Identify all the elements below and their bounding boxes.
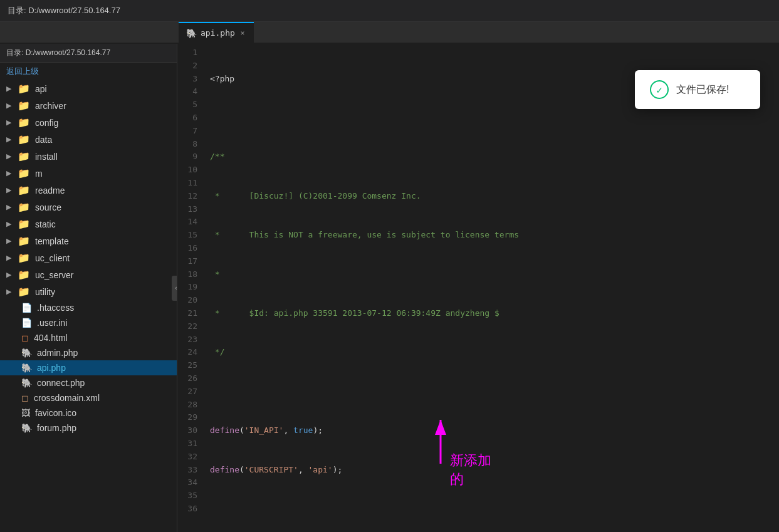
sidebar-item-forum-php[interactable]: 🐘 forum.php xyxy=(0,420,177,436)
file-name: connect.php xyxy=(37,378,85,388)
code-line-12 xyxy=(204,503,779,516)
folder-name: config xyxy=(35,118,58,128)
file-name: 404.html xyxy=(34,333,68,343)
sidebar-item-uc-client[interactable]: ▶ 📁 uc_client xyxy=(0,249,177,266)
sidebar-item-api[interactable]: ▶ 📁 api xyxy=(0,80,177,97)
sidebar-item-install[interactable]: ▶ 📁 install xyxy=(0,148,177,165)
header-bar: 目录: D:/wwwroot/27.50.164.77 xyxy=(0,0,779,22)
back-button[interactable]: 返回上级 xyxy=(0,63,177,80)
folder-icon: 📁 xyxy=(18,286,30,298)
folder-arrow-icon: ▶ xyxy=(6,186,11,194)
file-name: admin.php xyxy=(37,348,78,358)
folder-name: install xyxy=(35,152,58,162)
folder-icon: 📁 xyxy=(18,167,30,179)
tab-api-php[interactable]: 🐘 api.php ✕ xyxy=(179,22,254,43)
code-line-11: define('CURSCRIPT', 'api'); xyxy=(204,464,779,477)
sidebar-item-uc-server[interactable]: ▶ 📁 uc_server xyxy=(0,266,177,283)
toast-message: 文件已保存! xyxy=(676,83,729,96)
code-line-8: */ xyxy=(204,346,779,359)
folder-arrow-icon: ▶ xyxy=(6,203,11,211)
directory-title: 目录: D:/wwwroot/27.50.164.77 xyxy=(0,5,128,16)
folder-icon: 📁 xyxy=(18,83,30,95)
folder-arrow-icon: ▶ xyxy=(6,102,11,110)
code-editor[interactable]: 12345 678910 1112131415 1617181920 21222… xyxy=(177,44,779,532)
code-line-2 xyxy=(204,112,779,125)
folder-name: static xyxy=(35,219,56,229)
save-toast: ✓ 文件已保存! xyxy=(635,70,760,109)
sidebar-path: 目录: D:/wwwroot/27.50.164.77 xyxy=(0,44,177,63)
file-name: crossdomain.xml xyxy=(34,393,100,403)
sidebar-item-source[interactable]: ▶ 📁 source xyxy=(0,199,177,216)
sidebar-item-user-ini[interactable]: 📄 .user.ini xyxy=(0,315,177,330)
folder-name: api xyxy=(35,84,47,94)
folder-arrow-icon: ▶ xyxy=(6,220,11,228)
folder-arrow-icon: ▶ xyxy=(6,85,11,93)
folder-icon: 📁 xyxy=(18,252,30,264)
folder-arrow-icon: ▶ xyxy=(6,152,11,160)
code-line-3: /** xyxy=(204,150,779,164)
code-line-4: * [Discuz!] (C)2001-2099 Comsenz Inc. xyxy=(204,190,779,203)
folder-icon: 📁 xyxy=(18,150,30,162)
sidebar-item-readme[interactable]: ▶ 📁 readme xyxy=(0,182,177,199)
ico-file-icon: 🖼 xyxy=(21,408,30,418)
folder-icon: 📁 xyxy=(18,100,30,112)
sidebar-item-m[interactable]: ▶ 📁 m xyxy=(0,165,177,182)
sidebar-item-admin-php[interactable]: 🐘 admin.php xyxy=(0,345,177,360)
code-line-7: * $Id: api.php 33591 2013-07-12 06:39:49… xyxy=(204,307,779,320)
code-content: <?php /** * [Discuz!] (C)2001-2099 Comse… xyxy=(204,44,779,532)
tab-filename: api.php xyxy=(201,28,235,38)
file-sidebar: 目录: D:/wwwroot/27.50.164.77 返回上级 ▶ 📁 api… xyxy=(0,44,177,532)
sidebar-item-404html[interactable]: ◻ 404.html xyxy=(0,330,177,345)
folder-arrow-icon: ▶ xyxy=(6,118,11,127)
folder-name: utility xyxy=(35,287,55,297)
sidebar-item-static[interactable]: ▶ 📁 static xyxy=(0,216,177,232)
sidebar-item-connect-php[interactable]: 🐘 connect.php xyxy=(0,375,177,390)
folder-name: uc_client xyxy=(35,253,70,263)
file-name: forum.php xyxy=(37,423,76,433)
php-file-icon: 🐘 xyxy=(21,348,32,358)
folder-name: data xyxy=(35,135,52,145)
sidebar-item-config[interactable]: ▶ 📁 config xyxy=(0,114,177,131)
folder-name: source xyxy=(35,202,61,212)
main-layout: 目录: D:/wwwroot/27.50.164.77 返回上级 ▶ 📁 api… xyxy=(0,44,779,532)
sidebar-item-crossdomain-xml[interactable]: ◻ crossdomain.xml xyxy=(0,390,177,405)
sidebar-item-favicon-ico[interactable]: 🖼 favicon.ico xyxy=(0,405,177,420)
xml-file-icon: ◻ xyxy=(21,393,29,403)
php-tab-icon: 🐘 xyxy=(186,28,197,38)
folder-arrow-icon: ▶ xyxy=(6,135,11,143)
sidebar-resizer[interactable]: ‹ xyxy=(172,276,177,301)
check-icon: ✓ xyxy=(650,80,669,99)
folder-arrow-icon: ▶ xyxy=(6,288,11,296)
sidebar-item-archiver[interactable]: ▶ 📁 archiver xyxy=(0,97,177,114)
folder-name: template xyxy=(35,236,69,246)
folder-name: archiver xyxy=(35,101,66,111)
folder-arrow-icon: ▶ xyxy=(6,169,11,177)
code-line-6: * xyxy=(204,268,779,281)
sidebar-item-htaccess[interactable]: 📄 .htaccess xyxy=(0,300,177,315)
php-file-icon: 🐘 xyxy=(21,378,32,388)
sidebar-item-data[interactable]: ▶ 📁 data xyxy=(0,131,177,148)
php-file-icon: 🐘 xyxy=(21,423,32,433)
folder-icon: 📁 xyxy=(18,184,30,196)
folder-arrow-icon: ▶ xyxy=(6,271,11,279)
file-icon: 📄 xyxy=(21,303,32,313)
sidebar-item-template[interactable]: ▶ 📁 template xyxy=(0,232,177,249)
folder-icon: 📁 xyxy=(18,235,30,247)
code-line-5: * This is NOT a freeware, use is subject… xyxy=(204,229,779,242)
file-name: .user.ini xyxy=(37,318,67,328)
folder-icon: 📁 xyxy=(18,133,30,145)
code-line-10: define('IN_API', true); xyxy=(204,424,779,437)
folder-arrow-icon: ▶ xyxy=(6,237,11,245)
folder-name: readme xyxy=(35,185,65,196)
php-file-icon: 🐘 xyxy=(21,363,32,373)
folder-icon: 📁 xyxy=(18,269,30,281)
sidebar-item-api-php[interactable]: 🐘 api.php xyxy=(0,360,177,375)
html-file-icon: ◻ xyxy=(21,333,29,343)
file-icon: 📄 xyxy=(21,318,32,328)
folder-name: uc_server xyxy=(35,270,73,280)
sidebar-item-utility[interactable]: ▶ 📁 utility xyxy=(0,283,177,300)
folder-icon: 📁 xyxy=(18,201,30,213)
folder-arrow-icon: ▶ xyxy=(6,254,11,262)
tab-close-button[interactable]: ✕ xyxy=(239,28,247,38)
file-name-active: api.php xyxy=(37,363,66,373)
